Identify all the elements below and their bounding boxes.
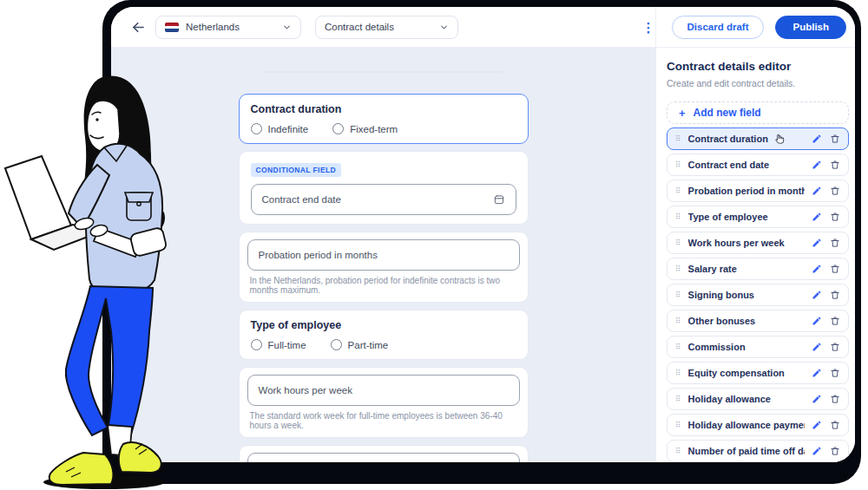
drag-handle-icon[interactable]: ⠿ — [675, 317, 681, 325]
drag-handle-icon[interactable]: ⠿ — [675, 343, 681, 351]
view-tabs: Builder Conditionals Preview — [264, 71, 503, 73]
field-row-holiday-allowance-frequency[interactable]: ⠿ Holiday allowance payment fre... — [667, 414, 849, 436]
card-title: Contract duration — [251, 103, 516, 115]
row-actions — [812, 316, 840, 326]
radio-label: Full-time — [268, 340, 306, 350]
drag-handle-icon[interactable]: ⠿ — [675, 291, 681, 299]
topbar: Netherlands Contract details ⋮ Discard d… — [111, 7, 855, 48]
field-row-work-hours[interactable]: ⠿ Work hours per week — [667, 232, 849, 254]
salary-rate-select[interactable]: Salary rate — [247, 453, 520, 462]
trash-icon[interactable] — [830, 342, 840, 352]
discard-draft-button[interactable]: Discard draft — [672, 16, 765, 39]
drag-handle-icon[interactable]: ⠿ — [675, 395, 681, 403]
panel-subtitle: Create and edit contract details. — [667, 78, 849, 88]
trash-icon[interactable] — [830, 290, 840, 300]
drag-handle-icon[interactable]: ⠿ — [675, 135, 681, 143]
field-row-equity-compensation[interactable]: ⠿ Equity compensation — [667, 362, 849, 384]
edit-pencil-icon[interactable] — [812, 368, 822, 378]
input-placeholder: Contract end date — [262, 194, 341, 205]
trash-icon[interactable] — [830, 420, 840, 430]
edit-pencil-icon[interactable] — [812, 238, 822, 248]
edit-pencil-icon[interactable] — [812, 290, 822, 300]
field-label: Type of employee — [688, 212, 805, 222]
drag-handle-icon[interactable]: ⠿ — [675, 448, 681, 455]
radio-circle-icon — [251, 339, 262, 350]
trash-icon[interactable] — [830, 186, 840, 196]
add-new-field-button[interactable]: + Add new field — [667, 101, 849, 124]
trash-icon[interactable] — [830, 316, 840, 326]
drag-handle-icon[interactable]: ⠿ — [675, 421, 681, 429]
field-row-paid-time-off[interactable]: ⠿ Number of paid time off days — [667, 440, 849, 462]
trash-icon[interactable] — [830, 368, 840, 378]
edit-pencil-icon[interactable] — [812, 264, 822, 274]
field-label: Holiday allowance payment fre... — [688, 420, 805, 430]
drag-handle-icon[interactable]: ⠿ — [675, 213, 681, 221]
card-salary-rate[interactable]: Salary rate — [239, 445, 529, 462]
trash-icon[interactable] — [830, 212, 840, 222]
card-contract-duration[interactable]: Contract duration Indefinite Fixed-term — [239, 94, 529, 144]
publish-button[interactable]: Publish — [775, 16, 846, 39]
radio-indefinite[interactable]: Indefinite — [251, 123, 309, 134]
row-actions — [812, 134, 840, 144]
card-contract-end-date[interactable]: CONDITIONAL FIELD Contract end date — [239, 151, 529, 225]
row-actions — [812, 420, 840, 430]
radio-fixed-term[interactable]: Fixed-term — [332, 123, 398, 134]
netherlands-flag-icon — [165, 23, 179, 32]
edit-pencil-icon[interactable] — [812, 342, 822, 352]
field-row-other-bonuses[interactable]: ⠿ Other bonuses — [667, 310, 849, 332]
row-actions — [812, 212, 840, 222]
row-actions — [812, 264, 840, 274]
row-actions — [812, 446, 840, 456]
edit-pencil-icon[interactable] — [812, 134, 822, 144]
edit-pencil-icon[interactable] — [812, 186, 822, 196]
field-row-holiday-allowance[interactable]: ⠿ Holiday allowance — [667, 388, 849, 410]
country-select[interactable]: Netherlands — [155, 16, 301, 39]
edit-pencil-icon[interactable] — [812, 212, 822, 222]
field-row-contract-duration[interactable]: ⠿ Contract duration — [667, 127, 849, 150]
edit-pencil-icon[interactable] — [812, 316, 822, 326]
work-hours-helper-text: The standard work week for full-time emp… — [250, 411, 517, 430]
field-label: Work hours per week — [688, 238, 805, 248]
card-work-hours[interactable]: Work hours per week The standard work we… — [239, 367, 529, 438]
card-probation-period[interactable]: Probation period in months In the Nether… — [239, 232, 529, 303]
trash-icon[interactable] — [830, 160, 840, 170]
page: Netherlands Contract details ⋮ Discard d… — [0, 0, 868, 490]
edit-pencil-icon[interactable] — [812, 160, 822, 170]
field-row-contract-end-date[interactable]: ⠿ Contract end date — [667, 154, 849, 176]
kebab-menu-icon[interactable]: ⋮ — [637, 21, 661, 34]
contract-end-date-input[interactable]: Contract end date — [251, 184, 516, 215]
trash-icon[interactable] — [830, 394, 840, 404]
field-row-salary-rate[interactable]: ⠿ Salary rate — [667, 258, 849, 280]
radio-full-time[interactable]: Full-time — [251, 339, 306, 350]
trash-icon[interactable] — [830, 134, 840, 144]
radio-label: Part-time — [348, 340, 389, 350]
trash-icon[interactable] — [830, 264, 840, 274]
conditional-field-badge: CONDITIONAL FIELD — [251, 163, 342, 177]
card-type-of-employee[interactable]: Type of employee Full-time Part-time — [239, 310, 529, 360]
drag-handle-icon[interactable]: ⠿ — [675, 369, 681, 377]
edit-pencil-icon[interactable] — [812, 420, 822, 430]
trash-icon[interactable] — [830, 238, 840, 248]
field-row-commission[interactable]: ⠿ Commission — [667, 336, 849, 358]
drag-handle-icon[interactable]: ⠿ — [675, 161, 681, 169]
field-row-type-of-employee[interactable]: ⠿ Type of employee — [667, 206, 849, 228]
trash-icon[interactable] — [830, 446, 840, 456]
plus-icon: + — [679, 108, 686, 119]
drag-handle-icon[interactable]: ⠿ — [675, 265, 681, 273]
template-select[interactable]: Contract details — [315, 16, 458, 39]
back-button[interactable] — [130, 19, 147, 36]
field-row-probation-period[interactable]: ⠿ Probation period in months — [667, 180, 849, 202]
drag-handle-icon[interactable]: ⠿ — [675, 239, 681, 247]
hand-cursor-icon — [773, 133, 786, 145]
row-actions — [812, 160, 840, 170]
radio-part-time[interactable]: Part-time — [331, 339, 389, 350]
edit-pencil-icon[interactable] — [812, 446, 822, 456]
field-label: Probation period in months — [688, 186, 805, 196]
work-hours-input[interactable]: Work hours per week — [247, 375, 520, 406]
edit-pencil-icon[interactable] — [812, 394, 822, 404]
window-body: Builder Conditionals Preview Contract du… — [111, 48, 855, 462]
probation-period-input[interactable]: Probation period in months — [247, 239, 520, 271]
radio-circle-icon — [331, 339, 342, 350]
drag-handle-icon[interactable]: ⠿ — [675, 187, 681, 195]
field-row-signing-bonus[interactable]: ⠿ Signing bonus — [667, 284, 849, 306]
